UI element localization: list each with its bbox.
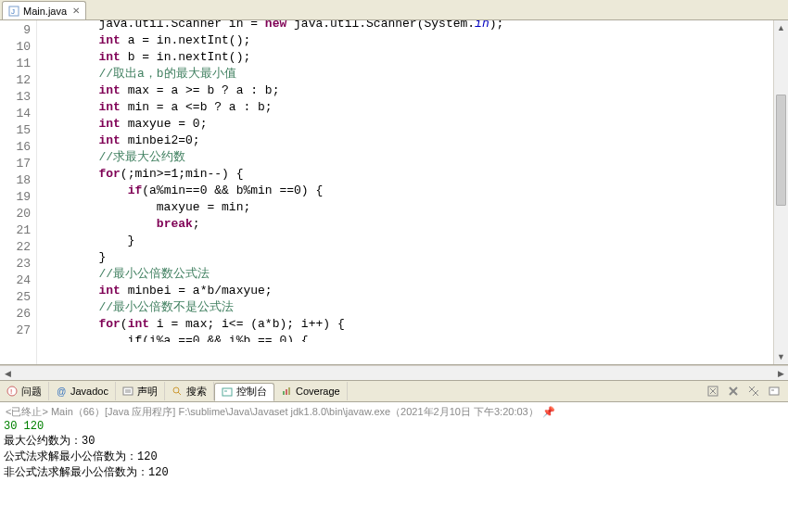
scroll-right-icon[interactable]: ▶ <box>773 366 788 381</box>
remove-launch-button[interactable] <box>705 383 721 399</box>
horizontal-scrollbar[interactable]: ◀ ▶ <box>0 365 788 380</box>
svg-rect-24 <box>769 387 779 395</box>
scrollbar-thumb[interactable] <box>776 95 786 206</box>
line-number-gutter: 9 10 11 12 13 14 15 16 17 18 19 20 21 22… <box>0 20 37 364</box>
scroll-up-icon[interactable]: ▲ <box>774 20 788 35</box>
line-number: 13 <box>0 89 31 106</box>
line-number: 21 <box>0 222 31 239</box>
tab-search[interactable]: 搜索 <box>165 382 214 400</box>
line-number: 27 <box>0 323 31 339</box>
line-number: 14 <box>0 106 31 122</box>
tab-javadoc[interactable]: @ Javadoc <box>49 382 116 400</box>
tab-problems[interactable]: ! 问题 <box>0 382 49 400</box>
editor-tab-label: Main.java <box>23 6 67 17</box>
tab-coverage[interactable]: Coverage <box>274 382 348 400</box>
bottom-panel-tabs: ! 问题 @ Javadoc 声明 搜索 控制台 Coverage <box>0 380 788 402</box>
svg-rect-10 <box>222 388 232 396</box>
line-number: 17 <box>0 156 31 172</box>
vertical-scrollbar[interactable]: ▲ ▼ <box>773 20 788 364</box>
java-file-icon: J <box>8 6 19 17</box>
close-icon[interactable]: ✕ <box>72 6 80 16</box>
svg-text:!: ! <box>10 387 12 396</box>
svg-rect-14 <box>288 387 290 395</box>
declaration-icon <box>122 386 133 397</box>
line-number: 15 <box>0 122 31 139</box>
code-editor: 9 10 11 12 13 14 15 16 17 18 19 20 21 22… <box>0 20 788 365</box>
console-line: 非公式法求解最小公倍数为：120 <box>4 464 784 480</box>
console-line: 公式法求解最小公倍数为：120 <box>4 449 784 464</box>
svg-rect-13 <box>286 389 287 395</box>
tab-declaration[interactable]: 声明 <box>116 382 165 400</box>
editor-tab-main-java[interactable]: J Main.java ✕ <box>2 1 86 19</box>
line-number: 10 <box>0 39 31 56</box>
console-launch-title: <已终止> Main（66）[Java 应用程序] F:\sublime\Jav… <box>4 404 784 420</box>
console-stdin: 30 120 <box>4 420 784 433</box>
problems-icon: ! <box>6 386 18 397</box>
editor-tab-bar: J Main.java ✕ <box>0 0 788 20</box>
line-number: 18 <box>0 172 31 189</box>
svg-rect-5 <box>123 387 133 395</box>
line-number: 16 <box>0 139 31 156</box>
remove-all-terminated-button[interactable] <box>745 383 762 399</box>
console-toolbar <box>705 383 788 399</box>
line-number: 11 <box>0 56 31 72</box>
line-number: 20 <box>0 206 31 222</box>
scroll-left-icon[interactable]: ◀ <box>0 366 15 381</box>
line-number: 12 <box>0 72 31 89</box>
code-content[interactable]: java.util.Scanner in = new java.util.Sca… <box>37 20 773 364</box>
svg-text:@: @ <box>57 386 66 397</box>
line-number: 26 <box>0 306 31 323</box>
svg-line-9 <box>178 392 181 395</box>
coverage-icon <box>281 386 292 397</box>
search-icon <box>172 386 183 397</box>
line-number: 25 <box>0 289 31 306</box>
svg-text:J: J <box>11 7 15 16</box>
open-console-button[interactable] <box>766 383 782 399</box>
line-number: 22 <box>0 239 31 256</box>
line-number: 23 <box>0 256 31 272</box>
svg-rect-12 <box>283 391 285 395</box>
tab-console[interactable]: 控制台 <box>214 383 274 401</box>
scroll-down-icon[interactable]: ▼ <box>774 349 788 364</box>
console-line: 最大公约数为：30 <box>4 433 784 449</box>
remove-all-button[interactable] <box>725 383 742 399</box>
javadoc-icon: @ <box>56 386 67 397</box>
line-number: 19 <box>0 189 31 206</box>
console-output[interactable]: <已终止> Main（66）[Java 应用程序] F:\sublime\Jav… <box>0 402 788 532</box>
line-number: 24 <box>0 272 31 289</box>
line-number: 9 <box>0 22 31 39</box>
console-icon <box>222 386 233 398</box>
pin-icon[interactable]: 📌 <box>542 406 555 417</box>
